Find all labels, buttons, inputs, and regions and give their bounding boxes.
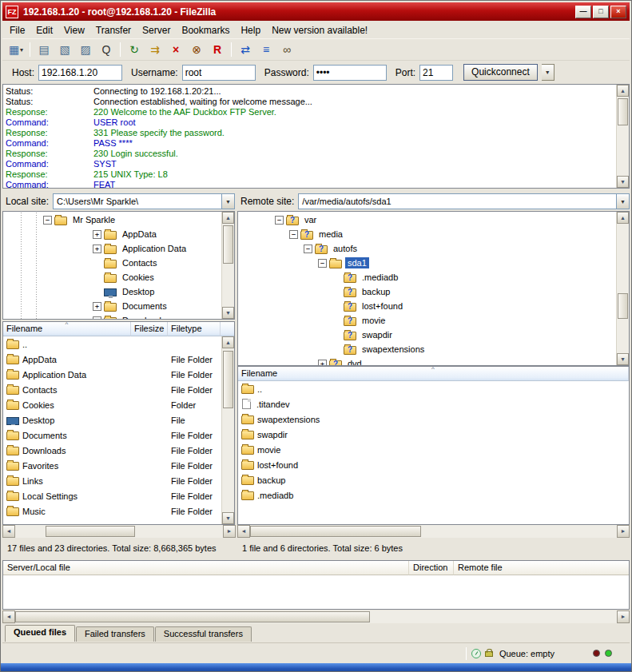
menu-bookmarks[interactable]: Bookmarks [176,23,235,38]
local-site-combobox[interactable]: C:\Users\Mr Sparkle\ ▼ [53,193,235,209]
encryption-status-icon[interactable] [485,651,493,657]
file-row[interactable]: Application DataFile Folder [3,367,221,382]
expand-box-icon[interactable]: + [318,360,327,366]
tree-item[interactable]: ?swapdir [238,328,615,342]
queue-hscrollbar[interactable]: ◄ ► [2,610,630,623]
tree-item[interactable]: −?var [238,213,615,227]
collapse-box-icon[interactable]: − [304,245,312,253]
collapse-box-icon[interactable]: − [289,230,298,239]
file-row[interactable]: swapextensions [238,412,629,427]
site-manager-button[interactable]: ▦▾ [6,41,26,58]
scroll-right-button[interactable]: ► [223,525,236,538]
remote-tree-scrollbar[interactable]: ▲ ▼ [616,212,629,365]
tab-successful-transfers[interactable]: Successful transfers [155,626,252,642]
scroll-down-button[interactable]: ▼ [222,512,234,524]
file-row[interactable]: LinksFile Folder [3,473,221,488]
file-row[interactable]: .. [238,381,629,396]
queue-toggle-button[interactable]: Q [97,41,116,58]
expand-box-icon[interactable]: + [93,245,101,253]
tree-item[interactable]: +Application Data [3,241,221,256]
column-header-filename[interactable]: Filename^ [3,322,131,336]
password-input[interactable] [313,65,387,81]
scroll-left-button[interactable]: ◄ [237,525,250,538]
menu-help[interactable]: Help [235,23,266,38]
collapse-box-icon[interactable]: − [275,216,284,225]
queue-column-remote-file[interactable]: Remote file [454,561,629,575]
disconnect-button[interactable]: ⊗ [187,41,206,58]
file-row[interactable]: Local SettingsFile Folder [3,488,221,503]
speed-limits-icon[interactable] [471,649,481,658]
file-row[interactable]: .titandev [238,396,629,412]
menu-server[interactable]: Server [137,23,176,38]
file-row[interactable]: movie [238,442,629,457]
menu-new-version-available[interactable]: New version available! [266,23,373,38]
scroll-down-button[interactable]: ▼ [617,176,629,188]
tree-item[interactable]: ?.mediadb [238,270,615,284]
username-input[interactable] [182,65,256,81]
tree-item[interactable]: +?dvd [238,356,615,365]
column-header-filetype[interactable]: Filetype [168,322,221,336]
file-row[interactable]: MusicFile Folder [3,503,221,519]
tree-item[interactable]: Desktop [3,284,221,299]
local-list-scrollbar[interactable]: ▲ ▼ [221,336,234,524]
expand-box-icon[interactable]: + [93,316,101,320]
remote-tree-toggle-button[interactable]: ▨ [76,41,95,58]
scroll-down-button[interactable]: ▼ [222,307,234,319]
synchronized-browsing-button[interactable]: ≡ [256,41,276,58]
menu-file[interactable]: File [4,23,30,38]
tree-item[interactable]: Contacts [3,256,221,270]
directory-comparison-button[interactable]: ⇄ [236,41,255,58]
process-queue-button[interactable]: ⇉ [145,41,165,58]
scroll-up-button[interactable]: ▲ [617,212,629,224]
file-row[interactable]: FavoritesFile Folder [3,458,221,473]
file-row[interactable]: .. [3,336,221,352]
tab-queued-files[interactable]: Queued files [5,625,75,642]
tree-item[interactable]: +AppData [3,227,221,241]
scroll-down-button[interactable]: ▼ [617,353,629,365]
tree-item[interactable]: ?swapextensions [238,342,615,356]
file-row[interactable]: swapdir [238,427,629,442]
scroll-thumb[interactable] [618,98,628,125]
scroll-thumb[interactable] [223,225,233,264]
close-button[interactable]: × [610,6,626,18]
scroll-up-button[interactable]: ▲ [222,212,234,224]
file-row[interactable]: lost+found [238,457,629,472]
tree-item[interactable]: ?movie [238,313,615,328]
tree-item[interactable]: −sda1 [238,256,615,270]
scroll-right-button[interactable]: ► [617,610,630,623]
file-row[interactable]: CookiesFolder [3,397,221,412]
scroll-left-button[interactable]: ◄ [2,525,15,538]
local-tree-toggle-button[interactable]: ▧ [55,41,74,58]
file-row[interactable]: .mediadb [238,487,629,503]
local-tree-scrollbar[interactable]: ▲ ▼ [221,212,234,319]
local-list-hscrollbar[interactable]: ◄ ► [2,525,236,538]
title-bar[interactable]: FZ 192.168.1.20 - root@192.168.1.20 - Fi… [2,2,630,21]
cancel-button[interactable]: × [166,41,185,58]
menu-transfer[interactable]: Transfer [90,23,137,38]
tree-item[interactable]: −?media [238,227,615,241]
queue-column-direction[interactable]: Direction [409,561,454,575]
scroll-left-button[interactable]: ◄ [2,610,15,623]
tree-item[interactable]: −?autofs [238,241,615,256]
tree-item[interactable]: +Documents [3,299,221,313]
tree-item[interactable]: Cookies [3,270,221,284]
scroll-thumb[interactable] [250,526,421,537]
file-row[interactable]: DocumentsFile Folder [3,427,221,443]
file-row[interactable]: backup [238,472,629,487]
menu-edit[interactable]: Edit [30,23,58,38]
quickconnect-button[interactable]: Quickconnect [463,64,538,81]
file-row[interactable]: AppDataFile Folder [3,352,221,367]
tree-item[interactable]: −Mr Sparkle [3,213,221,227]
combo-dropdown-icon[interactable]: ▼ [221,194,234,209]
find-files-button[interactable]: ∞ [277,41,296,58]
remote-site-combobox[interactable]: /var/media/autofs/sda1 ▼ [298,193,630,209]
column-header-filename[interactable]: Filename^ [238,367,629,381]
scroll-thumb[interactable] [223,351,233,408]
expand-box-icon[interactable]: + [93,230,101,239]
log-scrollbar[interactable]: ▲ ▼ [616,85,629,188]
scroll-up-button[interactable]: ▲ [222,336,234,348]
quickconnect-dropdown-button[interactable]: ▼ [542,64,554,81]
file-row[interactable]: DesktopFile [3,412,221,427]
scroll-thumb[interactable] [618,293,628,319]
tree-item[interactable]: ?lost+found [238,299,615,313]
